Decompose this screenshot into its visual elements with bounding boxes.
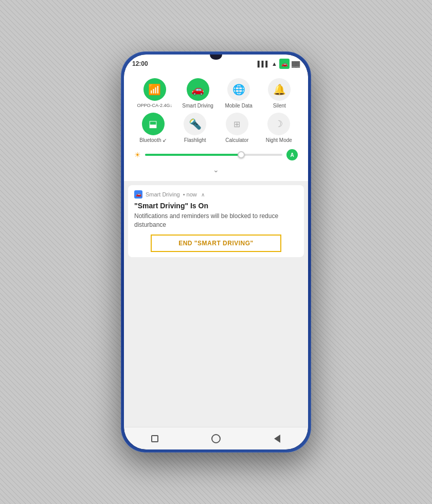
notification-time: • now: [183, 191, 197, 197]
smart-driving-qs-label: Smart Driving: [182, 103, 213, 109]
notification-card: 🚗 Smart Driving • now ∧ "Smart Driving" …: [128, 185, 304, 257]
silent-qs-label: Silent: [273, 103, 286, 109]
notification-chevron-icon[interactable]: ∧: [201, 192, 205, 197]
signal-bars-icon: ▌▌▌: [258, 61, 269, 67]
globe-symbol: 🌐: [232, 83, 245, 96]
status-time: 12:00: [132, 60, 148, 67]
expand-row: ⌄: [132, 165, 300, 175]
notification-title: "Smart Driving" Is On: [134, 202, 298, 210]
qs-silent[interactable]: 🔔 Silent: [264, 78, 295, 109]
calculator-qs-label: Calculator: [225, 137, 248, 143]
home-icon: [211, 434, 221, 443]
notch: [210, 55, 222, 60]
calc-symbol: ⊞: [233, 119, 240, 129]
calculator-qs-icon[interactable]: ⊞: [226, 113, 248, 135]
notification-app-name: Smart Driving: [146, 191, 180, 197]
navigation-bar: [124, 427, 308, 449]
brightness-row: ☀ A: [132, 147, 300, 163]
back-nav-button[interactable]: [270, 431, 284, 446]
qs-row-2: ⬓ Bluetooth ↙ 🔦 Flashlight ⊞: [132, 113, 300, 143]
brightness-slider-track[interactable]: [145, 154, 282, 156]
screen: 12:00 ▌▌▌ ▲ 🚗 ▓▓ 📶: [124, 55, 308, 449]
mobile-data-qs-label: Mobile Data: [225, 103, 252, 109]
quick-settings-panel: 📶 OPPO-CA-2.4G↓ 🚗 Smart Driving 🌐: [124, 73, 308, 181]
night-mode-qs-icon[interactable]: ☽: [267, 113, 290, 135]
bluetooth-qs-label: Bluetooth ↙: [139, 137, 167, 143]
phone-frame: 12:00 ▌▌▌ ▲ 🚗 ▓▓ 📶: [121, 51, 311, 453]
qs-calculator[interactable]: ⊞ Calculator: [222, 113, 253, 143]
home-nav-button[interactable]: [209, 431, 223, 446]
back-icon: [274, 435, 280, 443]
status-icons: ▌▌▌ ▲ 🚗 ▓▓: [258, 59, 300, 69]
bluetooth-qs-icon[interactable]: ⬓: [142, 113, 165, 135]
qs-bluetooth[interactable]: ⬓ Bluetooth ↙: [138, 113, 169, 143]
qs-wifi[interactable]: 📶 OPPO-CA-2.4G↓: [137, 78, 173, 109]
status-bar: 12:00 ▌▌▌ ▲ 🚗 ▓▓: [124, 55, 308, 73]
wifi-qs-icon[interactable]: 📶: [143, 78, 166, 101]
qs-smart-driving[interactable]: 🚗 Smart Driving: [182, 78, 213, 109]
moon-symbol: ☽: [275, 118, 283, 130]
brightness-slider-thumb[interactable]: [238, 151, 245, 158]
smart-driving-status-icon: 🚗: [279, 59, 290, 69]
bell-symbol: 🔔: [273, 83, 286, 96]
app-icon-symbol: 🚗: [136, 192, 141, 197]
wifi-qs-label: OPPO-CA-2.4G↓: [137, 103, 173, 108]
car-symbol: 🚗: [191, 83, 204, 96]
night-mode-qs-label: Night Mode: [266, 137, 292, 143]
notification-body: Notifications and reminders will be bloc…: [134, 212, 298, 229]
silent-qs-icon[interactable]: 🔔: [268, 78, 291, 101]
wifi-symbol: 📶: [148, 83, 161, 96]
flashlight-qs-icon[interactable]: 🔦: [184, 113, 206, 135]
brightness-slider-fill: [145, 154, 241, 156]
notification-header: 🚗 Smart Driving • now ∧: [134, 190, 298, 199]
flashlight-symbol: 🔦: [189, 118, 202, 130]
auto-brightness-label[interactable]: A: [286, 149, 298, 160]
wifi-icon: ▲: [272, 61, 277, 67]
flashlight-qs-label: Flashlight: [184, 137, 206, 143]
qs-row-1: 📶 OPPO-CA-2.4G↓ 🚗 Smart Driving 🌐: [132, 78, 300, 109]
recents-icon: [151, 435, 158, 442]
recents-nav-button[interactable]: [148, 431, 162, 446]
end-smart-driving-button[interactable]: END "SMART DRIVING": [151, 235, 281, 252]
qs-night-mode[interactable]: ☽ Night Mode: [263, 113, 294, 143]
battery-icon: ▓▓: [292, 61, 300, 67]
brightness-icon: ☀: [134, 151, 141, 159]
expand-button[interactable]: ⌄: [213, 166, 219, 174]
notification-app-icon: 🚗: [134, 190, 142, 199]
smart-driving-qs-icon[interactable]: 🚗: [187, 78, 209, 101]
mobile-data-qs-icon[interactable]: 🌐: [227, 78, 250, 101]
bluetooth-symbol: ⬓: [149, 118, 157, 130]
qs-mobile-data[interactable]: 🌐 Mobile Data: [223, 78, 254, 109]
qs-flashlight[interactable]: 🔦 Flashlight: [179, 113, 210, 143]
notification-area: 🚗 Smart Driving • now ∧ "Smart Driving" …: [124, 181, 308, 427]
phone-inner: 12:00 ▌▌▌ ▲ 🚗 ▓▓ 📶: [124, 55, 308, 449]
